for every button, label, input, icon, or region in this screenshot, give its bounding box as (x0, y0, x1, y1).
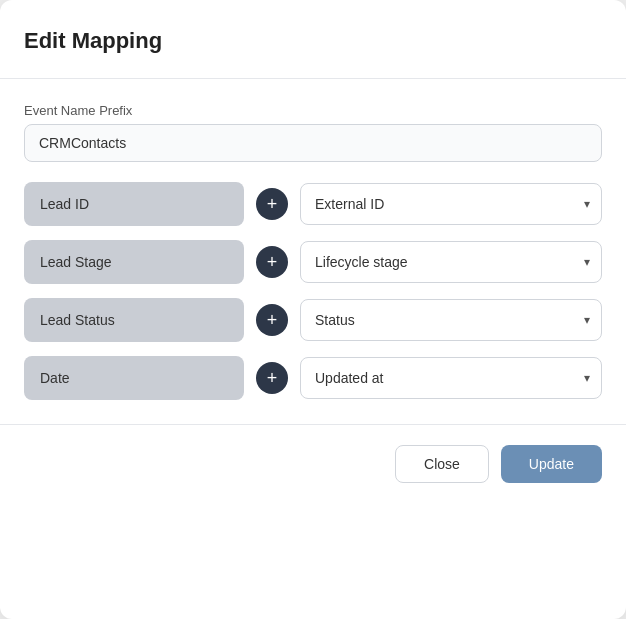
source-field-lead-id: Lead ID (24, 182, 244, 226)
target-select-wrapper-1: External ID User ID Email ▾ (300, 183, 602, 225)
add-mapping-icon-3[interactable]: + (256, 304, 288, 336)
target-select-lead-stage[interactable]: Lifecycle stage Stage Phase (300, 241, 602, 283)
add-mapping-icon-4[interactable]: + (256, 362, 288, 394)
update-button[interactable]: Update (501, 445, 602, 483)
mapping-row: Lead Status + Status State Active ▾ (24, 298, 602, 342)
bottom-divider (0, 424, 626, 425)
mapping-row: Lead Stage + Lifecycle stage Stage Phase… (24, 240, 602, 284)
event-name-prefix-group: Event Name Prefix (24, 103, 602, 162)
mapping-row: Date + Updated at Created at Timestamp ▾ (24, 356, 602, 400)
event-name-prefix-label: Event Name Prefix (24, 103, 602, 118)
mapping-rows-container: Lead ID + External ID User ID Email ▾ Le… (24, 182, 602, 400)
title-divider (0, 78, 626, 79)
target-select-wrapper-3: Status State Active ▾ (300, 299, 602, 341)
target-select-date[interactable]: Updated at Created at Timestamp (300, 357, 602, 399)
target-select-wrapper-2: Lifecycle stage Stage Phase ▾ (300, 241, 602, 283)
target-select-lead-status[interactable]: Status State Active (300, 299, 602, 341)
modal-title: Edit Mapping (24, 28, 602, 54)
source-field-lead-status: Lead Status (24, 298, 244, 342)
target-select-wrapper-4: Updated at Created at Timestamp ▾ (300, 357, 602, 399)
action-buttons: Close Update (24, 445, 602, 483)
edit-mapping-modal: Edit Mapping Event Name Prefix Lead ID +… (0, 0, 626, 619)
source-field-date: Date (24, 356, 244, 400)
source-field-lead-stage: Lead Stage (24, 240, 244, 284)
add-mapping-icon-2[interactable]: + (256, 246, 288, 278)
close-button[interactable]: Close (395, 445, 489, 483)
mapping-row: Lead ID + External ID User ID Email ▾ (24, 182, 602, 226)
event-name-prefix-input[interactable] (24, 124, 602, 162)
target-select-lead-id[interactable]: External ID User ID Email (300, 183, 602, 225)
add-mapping-icon-1[interactable]: + (256, 188, 288, 220)
